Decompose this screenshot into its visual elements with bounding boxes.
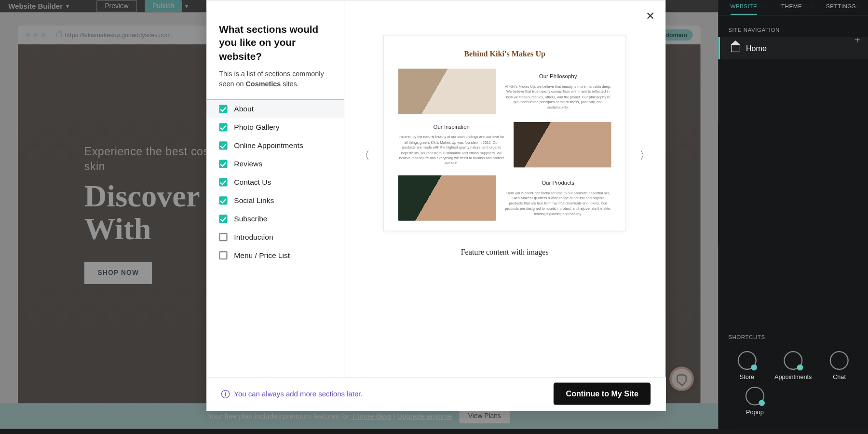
block-heading: Our Philosophy: [505, 73, 611, 80]
section-option[interactable]: Menu / Price List: [207, 246, 344, 265]
checkbox-icon[interactable]: [219, 178, 227, 187]
section-label: Menu / Price List: [234, 251, 290, 259]
preview-caption: Feature content with images: [383, 248, 626, 257]
nav-item-home[interactable]: Home: [718, 37, 868, 59]
section-label: Online Appointments: [234, 142, 303, 150]
shortcut-chat[interactable]: Chat: [817, 351, 862, 380]
checkbox-icon[interactable]: [219, 142, 227, 150]
preview-section-title: Behind Kiki's Makes Up: [398, 50, 611, 59]
info-icon: i: [221, 390, 230, 398]
block-heading: Our Inspiration: [398, 124, 505, 130]
section-option[interactable]: About: [207, 100, 344, 118]
store-icon: [737, 351, 756, 370]
nav-heading: SITE NAVIGATION: [718, 15, 868, 37]
section-option[interactable]: Photo Gallery: [207, 118, 344, 136]
carousel-prev-icon[interactable]: 〈: [359, 148, 370, 163]
preview-image: [398, 175, 496, 220]
tab-website[interactable]: WEBSITE: [730, 3, 757, 15]
section-option[interactable]: Social Links: [207, 191, 344, 210]
modal-left-panel: What sections would you like on your web…: [207, 0, 344, 410]
tab-settings[interactable]: SETTINGS: [826, 3, 856, 10]
section-label: Contact Us: [234, 178, 271, 187]
checkbox-icon[interactable]: [219, 251, 227, 259]
nav-item-label: Home: [746, 44, 767, 53]
checkbox-icon[interactable]: [219, 233, 227, 242]
sections-modal: ✕ What sections would you like on your w…: [206, 0, 665, 410]
section-label: About: [234, 105, 254, 113]
checkbox-icon[interactable]: [219, 197, 227, 205]
section-option[interactable]: Online Appointments: [207, 136, 344, 155]
checkbox-icon[interactable]: [219, 123, 227, 132]
modal-subtitle: This is a list of sections commonly seen…: [207, 68, 344, 99]
home-icon: [731, 45, 739, 52]
block-body: Inspired by the natural beauty of our su…: [398, 135, 505, 166]
section-list: AboutPhoto GalleryOnline AppointmentsRev…: [207, 99, 344, 410]
modal-footer: i You can always add more sections later…: [206, 377, 665, 410]
preview-image: [398, 69, 496, 114]
section-option[interactable]: Subscribe: [207, 210, 344, 228]
shortcuts-heading: SHORTCUTS: [718, 328, 868, 348]
section-option[interactable]: Introduction: [207, 228, 344, 246]
calendar-icon: [784, 351, 802, 370]
checkbox-icon[interactable]: [219, 105, 227, 113]
popup-icon: [746, 387, 764, 406]
tab-theme[interactable]: THEME: [781, 3, 802, 10]
section-label: Reviews: [234, 160, 262, 168]
preview-image: [514, 122, 611, 167]
block-heading: Our Products: [505, 180, 611, 186]
checkbox-icon[interactable]: [219, 215, 227, 223]
shortcut-appointments[interactable]: Appointments: [771, 351, 815, 380]
checkbox-icon[interactable]: [219, 160, 227, 168]
shortcut-popup[interactable]: Popup: [732, 387, 777, 416]
continue-button[interactable]: Continue to My Site: [554, 383, 651, 405]
modal-title: What sections would you like on your web…: [219, 23, 331, 63]
add-page-icon[interactable]: +: [854, 34, 860, 46]
section-option[interactable]: Contact Us: [207, 173, 344, 191]
shortcut-store[interactable]: Store: [725, 351, 769, 380]
carousel-next-icon[interactable]: 〉: [639, 148, 651, 163]
block-body: At Kiki's Makes Up, we believe that beau…: [505, 84, 611, 110]
chat-icon: [830, 351, 849, 370]
block-body: From our nutrient-rich facial serums to …: [505, 190, 611, 216]
section-label: Subscribe: [234, 215, 267, 223]
modal-right-panel: 〈 〉 Behind Kiki's Makes Up Our Philosoph…: [344, 0, 665, 410]
section-label: Photo Gallery: [234, 123, 279, 132]
modal-info: i You can always add more sections later…: [221, 390, 363, 398]
section-option[interactable]: Reviews: [207, 155, 344, 173]
right-rail: WEBSITE THEME SETTINGS SITE NAVIGATION +…: [718, 0, 868, 429]
section-preview-card: Behind Kiki's Makes Up Our Philosophy At…: [383, 35, 626, 231]
section-label: Social Links: [234, 197, 274, 205]
section-label: Introduction: [234, 233, 273, 242]
